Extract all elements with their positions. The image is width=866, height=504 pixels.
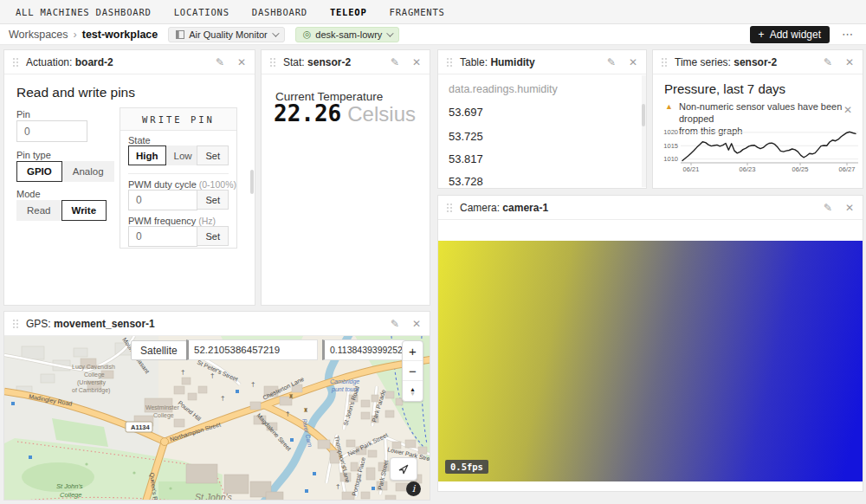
edit-icon[interactable]: ✎ xyxy=(824,203,832,213)
pwm-duty-set-button[interactable]: Set xyxy=(197,190,229,210)
map-label: Westminster xyxy=(145,404,179,410)
warning-icon: ▲ xyxy=(665,102,673,111)
svg-text:1015: 1015 xyxy=(663,142,678,150)
camera-stream-image: 0.5fps xyxy=(438,241,863,481)
edit-icon[interactable]: ✎ xyxy=(824,57,832,68)
zoom-in-button[interactable]: + xyxy=(403,341,423,361)
pwm-duty-label: PWM duty cycle xyxy=(128,179,197,190)
nav-dashboard[interactable]: DASHBOARD xyxy=(252,7,307,17)
close-icon[interactable]: ✕ xyxy=(845,203,854,213)
svg-text:1020: 1020 xyxy=(663,128,678,136)
scrollbar[interactable] xyxy=(642,104,645,126)
nav-locations[interactable]: LOCATIONS xyxy=(174,7,229,17)
drag-handle-icon[interactable] xyxy=(13,58,18,67)
pwm-duty-unit: (0-100%) xyxy=(199,179,236,190)
warning-dismiss-icon[interactable]: ✕ xyxy=(843,104,852,116)
close-icon[interactable]: ✕ xyxy=(412,57,421,68)
table-row: 53.728 xyxy=(449,175,483,188)
drag-handle-icon[interactable] xyxy=(270,58,275,67)
route-badge: A1134 xyxy=(131,423,151,431)
pin-input[interactable]: 0 xyxy=(16,120,87,142)
widget-header: Camera: camera-1 ✎ ✕ xyxy=(438,196,863,220)
add-widget-button[interactable]: + Add widget xyxy=(750,26,830,43)
pwm-freq-set-button[interactable]: Set xyxy=(197,226,229,246)
map-label: † xyxy=(221,394,224,402)
latitude-input[interactable]: 52.2105386457219 xyxy=(186,339,318,360)
edit-icon[interactable]: ✎ xyxy=(391,57,399,68)
locate-button[interactable] xyxy=(390,457,417,481)
write-pin-panel: WRITE PIN State High Low Set PWM duty cy… xyxy=(120,107,237,249)
widget-title: Table: xyxy=(460,56,488,68)
drag-handle-icon[interactable] xyxy=(13,320,18,328)
drag-handle-icon[interactable] xyxy=(662,58,667,67)
mode-read-button[interactable]: Read xyxy=(16,200,61,221)
map-label: College xyxy=(84,372,105,378)
compass-button[interactable]: ▲ ▼ xyxy=(403,381,423,401)
edit-icon[interactable]: ✎ xyxy=(607,57,616,68)
map[interactable]: A1134 Madingley RoadNorthampton StreetCh… xyxy=(4,336,430,500)
map-label: Cambridge xyxy=(330,378,359,385)
close-icon[interactable]: ✕ xyxy=(845,57,854,68)
map-label: † xyxy=(251,380,255,388)
map-label: † xyxy=(181,368,184,376)
breadcrumb-current: test-workplace xyxy=(82,29,158,41)
compass-south-icon: ▼ xyxy=(410,391,416,396)
openstreetmap-canvas[interactable]: A1134 Madingley RoadNorthampton StreetCh… xyxy=(4,336,430,500)
widget-title: Stat: xyxy=(283,56,305,68)
widget-device: Humidity xyxy=(490,56,534,68)
stat-unit: Celsius xyxy=(347,102,416,126)
svg-text:06/21: 06/21 xyxy=(683,165,700,173)
pin-type-gpio-button[interactable]: GPIO xyxy=(16,161,62,182)
widget-device: movement_sensor-1 xyxy=(54,318,155,330)
drag-handle-icon[interactable] xyxy=(447,204,452,212)
table-row: 53.725 xyxy=(449,130,483,143)
edit-icon[interactable]: ✎ xyxy=(216,57,224,68)
widget-header: GPS: movement_sensor-1 ✎ ✕ xyxy=(4,312,430,336)
pin-type-analog-button[interactable]: Analog xyxy=(62,161,114,182)
nav-fragments[interactable]: FRAGMENTS xyxy=(390,7,445,17)
svg-text:06/23: 06/23 xyxy=(740,165,756,173)
state-low-button[interactable]: Low xyxy=(166,145,200,165)
workspace-icon xyxy=(176,30,184,39)
widget-camera: Camera: camera-1 ✎ ✕ 0.5fps xyxy=(437,195,863,492)
map-label: ♜ xyxy=(303,407,308,413)
svg-text:06/25: 06/25 xyxy=(792,165,809,173)
satellite-toggle-button[interactable]: Satellite xyxy=(131,340,187,360)
widget-device: camera-1 xyxy=(502,202,548,214)
edit-icon[interactable]: ✎ xyxy=(391,319,399,329)
table-row: 53.817 xyxy=(449,152,483,165)
widget-device: sensor-2 xyxy=(734,56,777,68)
pwm-freq-unit: (Hz) xyxy=(198,216,216,226)
drag-handle-icon[interactable] xyxy=(447,58,452,67)
pin-label: Pin xyxy=(16,109,30,120)
chevron-down-icon xyxy=(387,29,394,36)
plus-icon: + xyxy=(759,29,765,41)
map-info-icon[interactable]: i xyxy=(406,481,421,496)
zoom-out-button[interactable]: − xyxy=(403,361,423,381)
map-label: (University xyxy=(77,379,107,386)
pwm-duty-input[interactable]: 0 xyxy=(128,190,197,210)
workspace-select[interactable]: Air Quality Monitor xyxy=(168,27,284,42)
table-row: 53.697 xyxy=(449,106,483,119)
machine-select[interactable]: ◎ desk-sam-lowry xyxy=(295,27,400,42)
more-menu-icon[interactable]: ⋯ xyxy=(842,28,854,41)
state-high-button[interactable]: High xyxy=(128,145,166,165)
widget-header: Actuation: board-2 ✎ ✕ xyxy=(4,50,255,74)
mode-write-button[interactable]: Write xyxy=(61,200,107,221)
longitude-input[interactable]: 0.11384393992523201 xyxy=(322,339,405,360)
close-icon[interactable]: ✕ xyxy=(412,319,421,329)
table-column-header: data.readings.humidity xyxy=(449,83,558,95)
close-icon[interactable]: ✕ xyxy=(629,57,637,68)
close-icon[interactable]: ✕ xyxy=(237,57,246,68)
nav-all-machines-dashboard[interactable]: ALL MACHINES DASHBOARD xyxy=(16,7,152,17)
breadcrumb-workspaces[interactable]: Workspaces xyxy=(9,29,68,41)
top-nav: ALL MACHINES DASHBOARD LOCATIONS DASHBOA… xyxy=(0,0,866,24)
scrollbar[interactable] xyxy=(250,170,254,194)
pwm-freq-input[interactable]: 0 xyxy=(128,226,197,247)
state-set-button[interactable]: Set xyxy=(197,145,229,165)
nav-teleop[interactable]: TELEOP xyxy=(330,7,367,17)
write-pin-title: WRITE PIN xyxy=(120,108,236,131)
widget-title: GPS: xyxy=(26,318,51,330)
pressure-line-chart: 10201015101006/2106/2306/2506/27 xyxy=(658,126,863,180)
pwm-freq-label: PWM frequency xyxy=(128,216,196,226)
